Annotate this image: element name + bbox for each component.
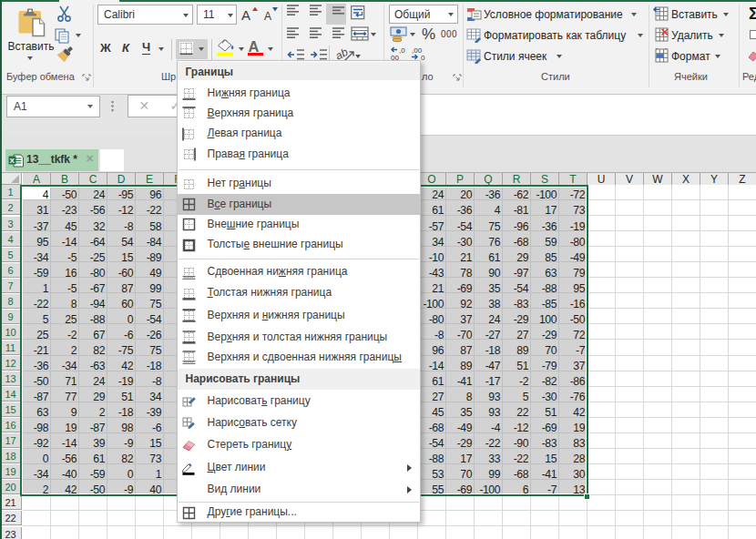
svg-text:X: X (10, 156, 15, 164)
svg-text:A: A (241, 7, 250, 23)
svg-text:,0: ,0 (399, 46, 405, 55)
svg-text:A: A (264, 10, 271, 23)
svg-text:0: 0 (421, 54, 425, 61)
